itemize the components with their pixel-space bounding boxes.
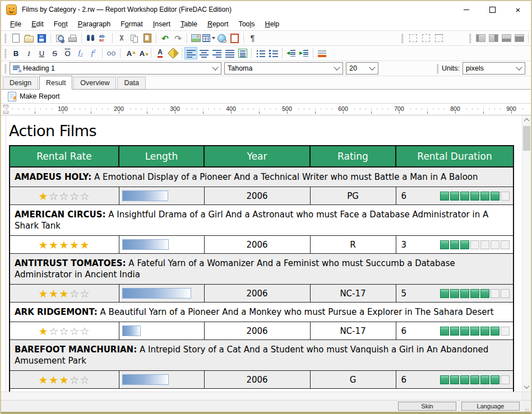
toolbar-grip[interactable] bbox=[4, 49, 7, 58]
undo-button[interactable]: ↶ bbox=[159, 32, 172, 44]
table-merge-vertical-button[interactable] bbox=[513, 32, 526, 44]
ruler-marker[interactable] bbox=[3, 105, 8, 114]
horizontal-scrollbar[interactable] bbox=[1, 392, 531, 400]
duration-square-icon bbox=[501, 192, 510, 201]
replace-button[interactable]: abac bbox=[97, 32, 110, 44]
print-button[interactable] bbox=[66, 32, 79, 44]
font-color-button[interactable]: A bbox=[154, 47, 166, 59]
table-split-left-button[interactable] bbox=[474, 32, 487, 44]
insert-image-button[interactable] bbox=[189, 32, 202, 44]
col-header-year: Year bbox=[204, 146, 310, 167]
menu-format[interactable]: Format bbox=[115, 18, 148, 30]
toolbar-grip[interactable] bbox=[437, 64, 439, 73]
menu-file[interactable]: File bbox=[5, 18, 26, 30]
scroll-down-button[interactable] bbox=[522, 383, 531, 391]
star-icon: ☆ bbox=[80, 190, 91, 202]
hyperlink-view-button[interactable] bbox=[105, 47, 118, 59]
separator bbox=[251, 48, 252, 58]
menu-help[interactable]: Help bbox=[260, 18, 285, 30]
menu-paragraph[interactable]: Paragraph bbox=[73, 18, 115, 30]
language-button[interactable]: Language bbox=[461, 402, 520, 411]
align-center-button[interactable] bbox=[197, 47, 210, 59]
strikethrough-button[interactable]: S bbox=[48, 47, 61, 59]
separator bbox=[112, 33, 113, 43]
font-size-combo[interactable]: 20 bbox=[346, 62, 378, 75]
tab-overview[interactable]: Overview bbox=[73, 77, 116, 89]
paste-special-button[interactable] bbox=[228, 32, 241, 44]
toolbar-grip[interactable] bbox=[469, 34, 471, 43]
chevron-down-icon bbox=[524, 383, 530, 389]
align-left-button[interactable] bbox=[184, 47, 197, 59]
border-box-outer-button[interactable] bbox=[419, 32, 432, 44]
italic-button[interactable]: I bbox=[22, 47, 35, 59]
grow-font-button[interactable]: A bbox=[123, 47, 136, 59]
underline-button[interactable]: U bbox=[35, 47, 48, 59]
menu-table[interactable]: Table bbox=[175, 18, 202, 30]
minimize-button[interactable] bbox=[454, 1, 479, 18]
star-icon: ☆ bbox=[70, 287, 80, 300]
print-preview-button[interactable] bbox=[53, 32, 66, 44]
duration-square-icon bbox=[460, 327, 469, 336]
hyperlink-button[interactable] bbox=[215, 32, 228, 44]
film-description: A Emotional Display of a Pioneer And a T… bbox=[91, 172, 478, 182]
overline-button[interactable]: O bbox=[61, 47, 74, 59]
paste-button[interactable] bbox=[141, 32, 154, 44]
menu-font[interactable]: Font bbox=[49, 18, 73, 30]
star-icon: ★ bbox=[38, 239, 49, 251]
toolbar-grip[interactable] bbox=[4, 64, 7, 73]
find-button[interactable] bbox=[84, 32, 97, 44]
copy-button[interactable] bbox=[128, 32, 141, 44]
table-merge-horizontal-button[interactable] bbox=[500, 32, 513, 44]
skin-button[interactable]: Skin bbox=[398, 402, 456, 411]
resize-grip[interactable] bbox=[524, 408, 529, 413]
menu-edit[interactable]: Edit bbox=[26, 18, 49, 30]
border-box-all-button[interactable] bbox=[432, 32, 445, 44]
redo-button[interactable]: ↷ bbox=[172, 32, 184, 44]
make-report-button[interactable]: Make Report bbox=[4, 91, 64, 103]
shrink-font-button[interactable]: A bbox=[136, 47, 149, 59]
star-icon: ☆ bbox=[80, 325, 91, 337]
toolbar-grip[interactable] bbox=[401, 34, 404, 43]
ruler-label: 900 bbox=[505, 105, 517, 112]
open-button[interactable] bbox=[22, 32, 35, 44]
tab-data[interactable]: Data bbox=[117, 77, 145, 89]
justify-button[interactable] bbox=[223, 47, 236, 59]
maximize-button[interactable] bbox=[479, 1, 505, 18]
table-split-right-button[interactable] bbox=[487, 32, 500, 44]
rental-duration-cell: 6 bbox=[396, 187, 514, 205]
cut-button[interactable] bbox=[115, 32, 128, 44]
bullet-list-button[interactable] bbox=[254, 47, 267, 59]
duration-square-icon bbox=[460, 289, 469, 298]
tab-design[interactable]: Design bbox=[3, 77, 38, 89]
formatting-marks-button[interactable]: ¶ bbox=[246, 32, 259, 44]
bold-button[interactable]: B bbox=[10, 47, 22, 59]
toolbar-grip[interactable] bbox=[4, 34, 7, 43]
numbered-list-button[interactable] bbox=[267, 47, 280, 59]
highlight-button[interactable] bbox=[166, 47, 179, 59]
tab-result[interactable]: Result bbox=[39, 76, 72, 90]
save-button[interactable] bbox=[35, 32, 48, 44]
units-combo[interactable]: pixels bbox=[462, 62, 525, 75]
horizontal-rule-button[interactable] bbox=[316, 47, 329, 59]
indent-button[interactable]: ▶ bbox=[298, 47, 311, 59]
paragraph-style-combo[interactable]: Heading 1 bbox=[10, 62, 221, 75]
rental-rate-stars: ★★★★★ bbox=[10, 236, 119, 254]
scroll-up-button[interactable] bbox=[522, 116, 531, 124]
vertical-scrollbar-thumb[interactable] bbox=[523, 126, 530, 151]
outdent-button[interactable]: ◀ bbox=[285, 47, 298, 59]
bullet-list-icon bbox=[256, 49, 265, 57]
menu-tools[interactable]: Tools bbox=[233, 18, 260, 30]
insert-table-button[interactable] bbox=[202, 32, 215, 44]
vertical-scrollbar[interactable] bbox=[522, 115, 531, 392]
new-document-button[interactable] bbox=[10, 32, 22, 44]
close-button[interactable]: × bbox=[505, 1, 531, 18]
ruler-label: 300 bbox=[169, 105, 181, 112]
border-box-none-button[interactable] bbox=[406, 32, 419, 44]
menu-report[interactable]: Report bbox=[202, 18, 234, 30]
menu-insert[interactable]: Insert bbox=[148, 18, 175, 30]
align-right-button[interactable] bbox=[210, 47, 223, 59]
font-name-combo[interactable]: Tahoma bbox=[224, 62, 343, 75]
subscript-button[interactable]: f2 bbox=[74, 47, 87, 59]
superscript-button[interactable]: f2 bbox=[87, 47, 100, 59]
fit-width-button[interactable] bbox=[236, 47, 249, 59]
